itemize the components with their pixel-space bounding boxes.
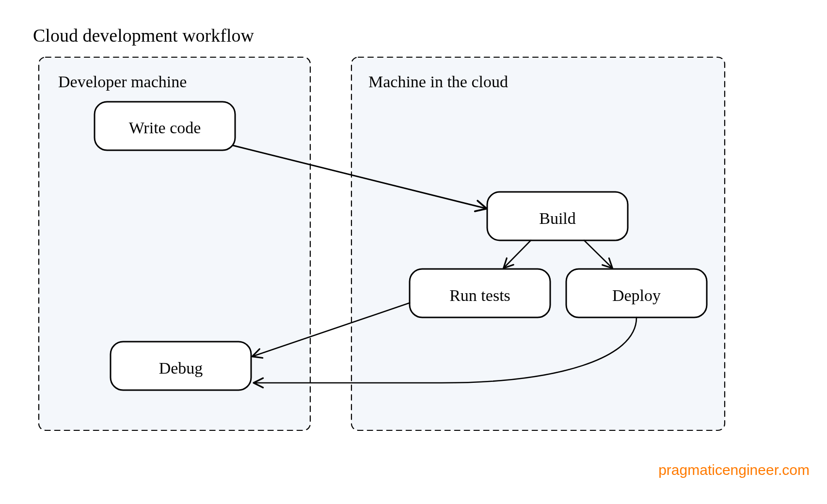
diagram-title: Cloud development workflow — [33, 25, 254, 46]
node-write-code-label: Write code — [129, 119, 201, 137]
group-cloud-machine-label: Machine in the cloud — [368, 73, 508, 91]
node-debug: Debug — [111, 342, 251, 390]
attribution-link[interactable]: pragmaticengineer.com — [658, 462, 810, 478]
node-deploy-label: Deploy — [612, 286, 661, 304]
node-build-label: Build — [539, 209, 576, 227]
node-write-code: Write code — [95, 102, 235, 150]
node-deploy: Deploy — [566, 269, 707, 317]
node-debug-label: Debug — [159, 359, 203, 377]
group-cloud-machine: Machine in the cloud — [351, 57, 725, 430]
node-run-tests: Run tests — [410, 269, 550, 317]
group-developer-machine-label: Developer machine — [58, 73, 187, 91]
svg-rect-1 — [351, 57, 725, 430]
node-run-tests-label: Run tests — [449, 286, 510, 304]
node-build: Build — [487, 192, 628, 240]
